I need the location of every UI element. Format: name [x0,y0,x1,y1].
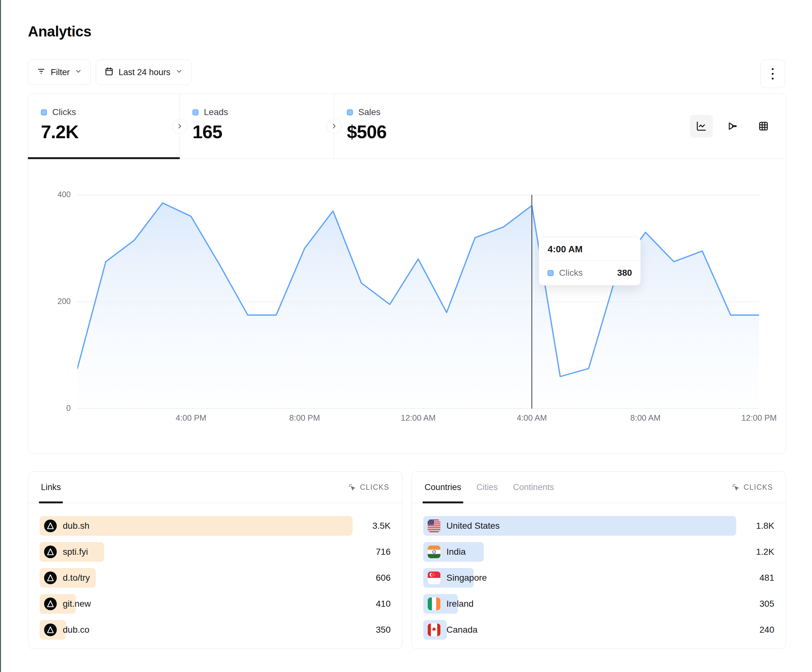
countries-tab-continents[interactable]: Continents [513,472,554,503]
list-item[interactable]: United States1.8K [423,516,774,536]
x-tick-label: 8:00 PM [289,413,320,423]
list-item[interactable]: Ireland305 [423,594,774,614]
clicks-legend-swatch [41,109,47,115]
item-value: 305 [759,594,774,614]
list-item[interactable]: dub.sh3.5K [39,516,391,536]
stat-tab-clicks[interactable]: Clicks 7.2K [28,94,180,159]
links-metric-toggle[interactable]: CLICKS [348,472,389,503]
item-value: 410 [376,594,391,614]
x-tick-label: 4:00 PM [176,413,206,423]
cursor-click-icon [732,483,740,492]
list-item[interactable]: Canada240 [423,620,774,640]
breakdown-panels: Links CLICKS dub.sh3.5Kspti.fyi716d.to/t… [28,471,786,649]
stat-value: 7.2K [41,121,179,142]
item-value: 3.5K [372,516,391,536]
item-label: spti.fyi [63,547,88,557]
item-label: dub.co [63,625,89,635]
item-label: India [447,547,466,557]
countries-tab-countries[interactable]: Countries [425,472,461,503]
ca-flag-icon [428,624,440,636]
dub-logo-icon [44,571,57,584]
chevron-right-icon [330,122,338,130]
stat-value: 165 [193,121,334,142]
links-tab-links[interactable]: Links [41,472,61,503]
countries-tab-cities[interactable]: Cities [476,472,498,503]
area-chart-plot[interactable] [77,191,759,413]
funnel-icon [727,121,738,131]
dub-logo-icon [44,624,57,636]
stat-label: Clicks [52,107,76,117]
tooltip-series-label: Clicks [559,268,583,278]
date-range-button[interactable]: Last 24 hours [96,60,191,85]
metric-label: CLICKS [360,483,389,492]
in-flag-icon [428,546,440,558]
us-flag-icon [428,520,440,532]
filter-button-label: Filter [51,68,70,77]
item-label: Ireland [447,599,474,609]
chart-tooltip: 4:00 AM Clicks 380 [539,237,641,286]
kebab-menu-icon [772,68,774,70]
list-item[interactable]: d.to/try606 [39,568,391,588]
stat-label: Leads [204,107,228,117]
chart-view-switcher [690,115,775,138]
chevron-down-icon [175,68,183,77]
item-value: 350 [376,620,391,640]
dub-logo-icon [44,546,57,558]
sales-legend-swatch [347,109,353,115]
x-tick-label: 12:00 PM [741,413,776,423]
countries-panel: CountriesCitiesContinents CLICKS United … [411,471,786,649]
stat-tab-leads[interactable]: Leads 165 [180,94,334,159]
stat-label: Sales [358,107,380,117]
item-value: 1.2K [756,542,774,562]
links-panel-tabs: Links [41,472,61,503]
more-options-button[interactable] [760,60,785,88]
clicks-time-series-chart[interactable]: 0200400 4:00 PM8:00 PM12:00 AM4:00 AM8:0… [28,159,786,454]
metric-label: CLICKS [744,483,773,492]
date-range-label: Last 24 hours [119,68,171,77]
filter-icon [36,67,46,78]
chevron-down-icon [75,68,82,77]
table-view-button[interactable] [752,115,775,138]
item-value: 240 [759,620,774,640]
links-panel: Links CLICKS dub.sh3.5Kspti.fyi716d.to/t… [28,471,403,649]
x-tick-label: 12:00 AM [401,413,436,423]
table-grid-icon [758,121,769,131]
item-label: d.to/try [63,573,90,583]
list-item[interactable]: dub.co350 [39,620,391,640]
dub-logo-icon [44,520,57,532]
list-item[interactable]: Singapore481 [423,568,774,588]
tooltip-time: 4:00 AM [539,237,640,261]
tooltip-legend-swatch [548,270,554,276]
list-item[interactable]: spti.fyi716 [39,542,391,562]
item-value: 606 [376,568,391,588]
line-chart-view-button[interactable] [690,115,713,138]
item-label: dub.sh [63,521,89,531]
item-label: git.new [63,599,91,609]
dub-logo-icon [44,597,57,610]
filter-button[interactable]: Filter [28,60,91,85]
area-fill [77,203,759,409]
list-item[interactable]: India1.2K [423,542,774,562]
cursor-click-icon [348,483,357,492]
funnel-view-button[interactable] [721,115,744,138]
line-chart-icon [696,121,707,131]
item-label: Canada [447,625,478,635]
sg-flag-icon [428,571,440,584]
x-tick-label: 4:00 AM [517,413,547,423]
links-list: dub.sh3.5Kspti.fyi716d.to/try606git.new4… [39,516,391,646]
expand-leads-button[interactable] [172,119,188,134]
expand-sales-button[interactable] [327,119,342,134]
item-label: Singapore [447,573,487,583]
chevron-right-icon [176,122,184,130]
countries-metric-toggle[interactable]: CLICKS [732,472,773,503]
item-value: 481 [759,568,774,588]
countries-panel-tabs: CountriesCitiesContinents [425,472,554,503]
ie-flag-icon [428,597,440,610]
item-label: United States [447,521,500,531]
countries-list: United States1.8KIndia1.2KSingapore481Ir… [423,516,774,646]
page-title: Analytics [28,23,91,40]
analytics-chart-card: Clicks 7.2K Leads 165 Sales $506 [28,94,786,454]
toolbar: Filter Last 24 hours [28,60,785,88]
calendar-icon [104,67,114,78]
list-item[interactable]: git.new410 [39,594,391,614]
